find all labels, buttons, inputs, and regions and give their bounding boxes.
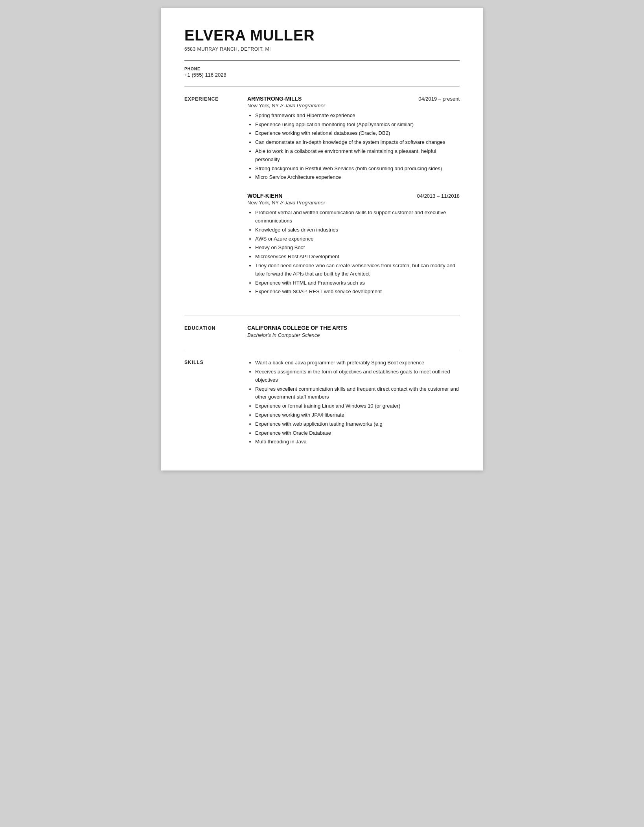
job-entry-1: ARMSTRONG-MILLS 04/2019 – present New Yo…: [247, 96, 460, 182]
job-location-title-1: New York, NY // Java Programmer: [247, 103, 460, 108]
job-bullets-2: Proficient verbal and written communicat…: [247, 209, 460, 296]
list-item: Can demonstrate an in-depth knowledge of…: [255, 138, 460, 147]
education-divider: [184, 350, 460, 350]
edu-entry-1: CALIFORNIA COLLEGE OF THE ARTS Bachelor'…: [247, 325, 460, 338]
job-title-1: Java Programmer: [285, 103, 325, 108]
company-name-1: ARMSTRONG-MILLS: [247, 96, 302, 102]
job-bullets-1: Spring framework and Hibernate experienc…: [247, 112, 460, 182]
phone-label: PHONE: [184, 67, 460, 71]
list-item: Heavy on Spring Boot: [255, 244, 460, 252]
skills-label: SKILLS: [184, 359, 247, 447]
list-item: Receives assignments in the form of obje…: [255, 368, 460, 384]
education-label: EDUCATION: [184, 325, 247, 341]
candidate-address: 6583 MURRAY RANCH, DETROIT, MI: [184, 46, 460, 52]
list-item: Experience working with JPA/Hibernate: [255, 411, 460, 419]
education-content: CALIFORNIA COLLEGE OF THE ARTS Bachelor'…: [247, 325, 460, 341]
job-location-title-2: New York, NY // Java Programmer: [247, 200, 460, 206]
phone-value: +1 (555) 116 2028: [184, 72, 460, 78]
list-item: Experience working with relational datab…: [255, 129, 460, 138]
list-item: Experience with HTML and Frameworks such…: [255, 279, 460, 287]
skills-section: SKILLS Want a back-end Java programmer w…: [184, 359, 460, 447]
list-item: Experience using application monitoring …: [255, 121, 460, 129]
list-item: AWS or Azure experience: [255, 235, 460, 243]
skills-bullets: Want a back-end Java programmer with pre…: [247, 359, 460, 446]
list-item: Experience with SOAP, REST web service d…: [255, 288, 460, 296]
list-item: Strong background in Restful Web Service…: [255, 165, 460, 173]
experience-content: ARMSTRONG-MILLS 04/2019 – present New Yo…: [247, 96, 460, 307]
list-item: Able to work in a collaborative environm…: [255, 147, 460, 164]
list-item: Experience with web application testing …: [255, 420, 460, 428]
list-item: Experience with Oracle Database: [255, 429, 460, 437]
list-item: They don't need someone who can create w…: [255, 262, 460, 278]
job-separator-1: //: [280, 103, 285, 108]
resume-page: ELVERA MULLER 6583 MURRAY RANCH, DETROIT…: [161, 8, 483, 470]
list-item: Want a back-end Java programmer with pre…: [255, 359, 460, 367]
list-item: Knowledge of sales driven industries: [255, 226, 460, 234]
experience-label: EXPERIENCE: [184, 96, 247, 307]
edu-degree-1: Bachelor's in Computer Science: [247, 332, 460, 338]
job-location-1: New York, NY: [247, 103, 279, 108]
edu-school-1: CALIFORNIA COLLEGE OF THE ARTS: [247, 325, 460, 331]
job-header-2: WOLF-KIEHN 04/2013 – 11/2018: [247, 193, 460, 199]
job-header-1: ARMSTRONG-MILLS 04/2019 – present: [247, 96, 460, 102]
header-divider: [184, 60, 460, 61]
experience-divider: [184, 316, 460, 316]
contact-divider: [184, 86, 460, 87]
list-item: Micro Service Architecture experience: [255, 173, 460, 182]
job-dates-2: 04/2013 – 11/2018: [417, 193, 460, 199]
job-location-2: New York, NY: [247, 200, 279, 206]
header-section: ELVERA MULLER 6583 MURRAY RANCH, DETROIT…: [184, 28, 460, 52]
list-item: Spring framework and Hibernate experienc…: [255, 112, 460, 120]
education-section: EDUCATION CALIFORNIA COLLEGE OF THE ARTS…: [184, 325, 460, 341]
company-name-2: WOLF-KIEHN: [247, 193, 282, 199]
list-item: Multi-threading in Java: [255, 438, 460, 446]
list-item: Requires excellent communication skills …: [255, 385, 460, 402]
list-item: Experience or formal training Linux and …: [255, 402, 460, 410]
skills-content: Want a back-end Java programmer with pre…: [247, 359, 460, 447]
job-title-2: Java Programmer: [285, 200, 325, 206]
list-item: Proficient verbal and written communicat…: [255, 209, 460, 225]
job-separator-2: //: [280, 200, 285, 206]
job-dates-1: 04/2019 – present: [418, 96, 460, 102]
experience-section: EXPERIENCE ARMSTRONG-MILLS 04/2019 – pre…: [184, 96, 460, 307]
candidate-name: ELVERA MULLER: [184, 28, 460, 44]
contact-section: PHONE +1 (555) 116 2028: [184, 67, 460, 78]
list-item: Microservices Rest API Development: [255, 253, 460, 261]
job-entry-2: WOLF-KIEHN 04/2013 – 11/2018 New York, N…: [247, 193, 460, 296]
